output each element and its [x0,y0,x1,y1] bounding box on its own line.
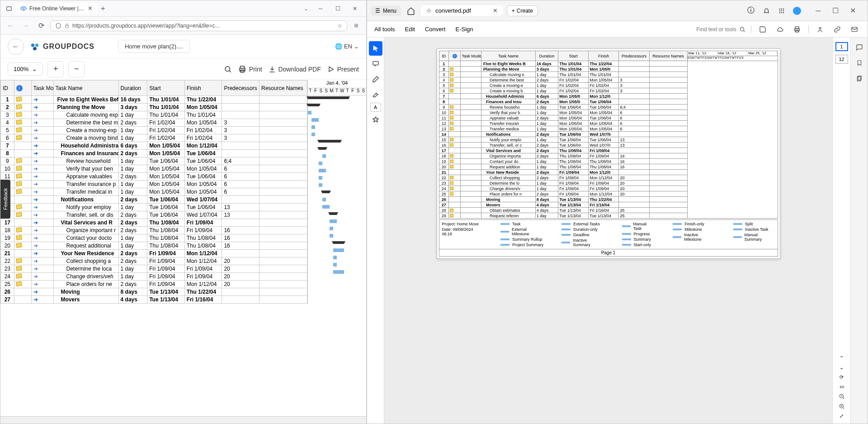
table-row[interactable]: 26 ➜ Moving 8 daysTue 1/13/04Thu 1/22/04 [1,288,307,296]
menu-button[interactable]: ☰Menu [371,6,401,16]
table-row[interactable]: 6 ➜ Create a moving bind 1 dayFri 1/02/0… [1,134,307,142]
new-tab-button[interactable]: + [97,3,108,14]
highlight-tool[interactable] [369,113,382,127]
comment-tool[interactable] [369,57,382,71]
feedback-tab[interactable]: Feedback [0,180,10,219]
table-row[interactable]: 8 ➜ Finances and Insurance 2 daysMon 1/0… [1,150,307,157]
table-row[interactable]: 15 ➜ Notify your employ 1 dayTue 1/06/04… [1,204,307,211]
zoom-out-button[interactable]: − [68,61,85,77]
find-input[interactable]: Find text or tools [696,26,745,33]
chat-icon[interactable] [853,41,866,54]
pages-icon[interactable] [853,72,866,85]
avatar[interactable] [791,5,803,17]
tab-esign[interactable]: E-Sign [455,26,473,33]
maximize-button[interactable]: ☐ [330,2,345,15]
table-row[interactable]: 12 ➜ Transfer insurance p 1 dayMon 1/05/… [1,181,307,188]
col-resource-names[interactable]: Resource Names [259,81,307,96]
zoom-in-button[interactable]: + [47,61,64,77]
horizontal-scrollbar[interactable] [0,416,366,424]
print-button[interactable]: Print [238,65,262,73]
table-row[interactable]: 27 ➜ Movers 4 daysTue 1/13/04Fri 1/16/04 [1,296,307,304]
col-predecessors[interactable]: Predecessors [222,81,259,96]
create-button[interactable]: +Create [507,5,538,16]
save-icon[interactable] [757,24,769,35]
table-row[interactable]: 5 ➜ Create a moving-exp 1 dayFri 1/02/04… [1,127,307,134]
tab-edit[interactable]: Edit [405,26,415,33]
link-icon[interactable] [831,24,843,35]
table-row[interactable]: 22 ➜ Collect shopping a 2 daysFri 1/09/0… [1,257,307,265]
col-start[interactable]: Start [147,81,185,96]
project-table[interactable]: ID i Task Mode Task Name Duration Start … [0,80,307,304]
hamburger-icon[interactable]: ≡ [350,19,363,32]
tab-close-icon[interactable]: ✕ [493,7,498,14]
minimize-button[interactable]: ─ [811,5,826,17]
table-row[interactable]: 7 ➜ Household Administration 6 daysMon 1… [1,142,307,150]
back-button[interactable]: ← [4,19,17,32]
cloud-icon[interactable] [774,24,786,35]
col-finish[interactable]: Finish [184,81,222,96]
workspace-icon[interactable] [2,5,16,12]
table-row[interactable]: 25 ➜ Place orders for ne 2 daysFri 1/09/… [1,281,307,288]
browser-tab[interactable]: Free Online Viewer | Free Grou... ✕ [16,3,97,14]
table-row[interactable]: 9 ➜ Review household 1 dayTue 1/06/04Tue… [1,157,307,165]
home-button[interactable] [405,5,417,17]
apps-icon[interactable] [775,5,788,17]
download-button[interactable]: Download PDF [269,66,321,73]
table-row[interactable]: 2 ➜ Planning the Move 3 daysThu 1/01/04M… [1,104,307,111]
zoom-in-icon[interactable] [839,403,845,410]
table-row[interactable]: 13 ➜ Transfer medical in 1 dayMon 1/05/0… [1,188,307,196]
present-button[interactable]: Present [327,66,359,73]
table-row[interactable]: 14 ➜ Notifications 2 daysTue 1/06/04Wed … [1,196,307,204]
table-row[interactable]: 16 ➜ Transfer, sell, or dis 2 daysTue 1/… [1,211,307,219]
draw-tool[interactable] [369,72,382,86]
down-icon[interactable]: ⌄ [840,365,844,371]
table-row[interactable]: 20 ➜ Request additional 1 dayThu 1/08/04… [1,242,307,250]
table-row[interactable]: 11 ➜ Appraise valuables 2 daysMon 1/05/0… [1,173,307,181]
col-task-mode[interactable]: Task Mode [31,81,53,96]
table-row[interactable]: 24 ➜ Change drivers/veh 1 dayFri 1/09/04… [1,273,307,281]
up-icon[interactable]: ⌃ [840,355,844,361]
table-row[interactable]: 1 ➜ Five to Eight Weeks Before 16 daysTh… [1,96,307,104]
eraser-tool[interactable] [369,87,382,102]
language-selector[interactable]: 🌐 EN ⌄ [335,43,359,50]
chevron-down-icon[interactable]: ⌄ [304,5,313,12]
table-row[interactable]: 21 ➜ Your New Residence 2 daysFri 1/09/0… [1,250,307,257]
col-task-name[interactable]: Task Name [53,81,118,96]
minimize-button[interactable]: ─ [313,2,328,15]
close-button[interactable]: ✕ [347,2,363,15]
zoom-out-icon[interactable] [839,393,845,400]
pdf-page[interactable]: ID i Task Mode Task Name Duration Start … [437,48,780,259]
table-row[interactable]: 10 ➜ Verify that your ben 1 dayMon 1/05/… [1,165,307,173]
print-icon[interactable] [791,24,803,35]
close-button[interactable]: ✕ [845,5,860,17]
rotate-icon[interactable]: ⟳ [840,374,844,380]
star-icon[interactable]: ☆ [426,7,432,14]
tab-close-icon[interactable]: ✕ [88,5,93,12]
table-row[interactable]: 18 ➜ Organize important r 2 daysThu 1/08… [1,227,307,234]
col-id[interactable]: ID [1,81,14,96]
mail-icon[interactable] [849,24,860,35]
table-row[interactable]: 3 ➜ Calculate moving exp 1 dayThu 1/01/0… [1,111,307,119]
bookmark-star-icon[interactable]: ☆ [337,23,342,29]
page-thumb-1[interactable]: 1 [835,42,848,51]
search-button[interactable] [224,65,232,73]
help-icon[interactable]: ⓘ [745,5,757,17]
share-icon[interactable] [814,24,826,35]
text-tool[interactable]: A [370,103,381,112]
table-row[interactable]: 23 ➜ Determine the loca 1 dayFri 1/09/04… [1,265,307,273]
forward-button[interactable]: → [19,19,32,32]
url-input[interactable]: https://products.groupdocs.app/viewer/ap… [50,20,347,31]
maximize-button[interactable]: ☐ [828,5,843,17]
pdf-tab[interactable]: ☆ converted.pdf ✕ [421,5,503,16]
page-icon[interactable]: ▭ [840,384,844,390]
col-duration[interactable]: Duration [118,81,147,96]
page-thumb-2[interactable]: 12 [835,55,848,64]
tab-convert[interactable]: Convert [425,26,446,33]
fit-icon[interactable]: ⤢ [840,413,844,419]
bookmark-icon[interactable] [853,57,866,69]
select-tool[interactable] [369,41,382,56]
bell-icon[interactable] [760,5,773,17]
table-row[interactable]: 19 ➜ Contact your docto 1 dayThu 1/08/04… [1,234,307,242]
col-info[interactable]: i [14,81,31,96]
reload-button[interactable]: ⟳ [35,19,47,32]
